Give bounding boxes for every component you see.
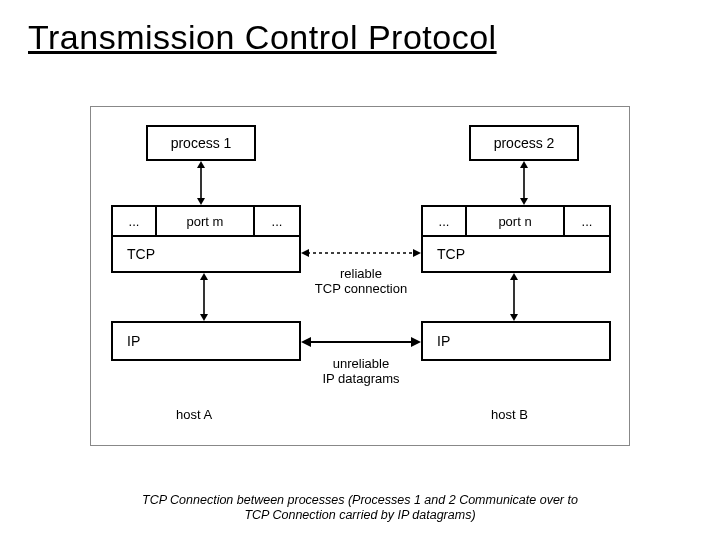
svg-marker-16 [301, 337, 311, 347]
process-a-box: process 1 [146, 125, 256, 161]
svg-marker-14 [413, 249, 421, 257]
caption-line-1: TCP Connection between processes (Proces… [142, 493, 578, 507]
port-row-a: ... port m ... [111, 205, 301, 237]
tcp-b-box: TCP [421, 235, 611, 273]
figure-caption: TCP Connection between processes (Proces… [0, 493, 720, 524]
process-a-label: process 1 [171, 135, 232, 151]
diagram-frame: process 1 ... port m ... TCP IP host A p… [90, 106, 630, 446]
svg-marker-1 [197, 161, 205, 168]
svg-marker-7 [520, 161, 528, 168]
ip-datagrams-label: unreliable IP datagrams [316, 357, 406, 387]
ip-a-label: IP [127, 333, 140, 349]
caption-line-2: TCP Connection carried by IP datagrams) [244, 508, 475, 522]
host-b-label: host B [491, 407, 528, 422]
port-row-b: ... port n ... [421, 205, 611, 237]
process-b-box: process 2 [469, 125, 579, 161]
port-a-right: ... [255, 207, 299, 235]
svg-marker-17 [411, 337, 421, 347]
host-a-label: host A [176, 407, 212, 422]
tcp-connection-line [301, 247, 421, 259]
arrow-process-a-port [196, 161, 206, 205]
svg-marker-13 [301, 249, 309, 257]
tcp-a-label: TCP [127, 246, 155, 262]
svg-marker-5 [200, 314, 208, 321]
process-b-label: process 2 [494, 135, 555, 151]
svg-marker-10 [510, 273, 518, 280]
port-b-right: ... [565, 207, 609, 235]
ip-b-label: IP [437, 333, 450, 349]
ip-a-box: IP [111, 321, 301, 361]
arrow-process-b-port [519, 161, 529, 205]
tcp-b-label: TCP [437, 246, 465, 262]
page-title: Transmission Control Protocol [28, 18, 720, 57]
arrow-tcp-b-ip [509, 273, 519, 321]
svg-marker-11 [510, 314, 518, 321]
port-a-mid: port m [157, 207, 255, 235]
ip-b-box: IP [421, 321, 611, 361]
svg-marker-4 [200, 273, 208, 280]
svg-marker-2 [197, 198, 205, 205]
port-a-left: ... [113, 207, 157, 235]
port-b-mid: port n [467, 207, 565, 235]
ip-datagrams-arrow [301, 335, 421, 349]
tcp-a-box: TCP [111, 235, 301, 273]
tcp-connection-label: reliable TCP connection [311, 267, 411, 297]
svg-marker-8 [520, 198, 528, 205]
port-b-left: ... [423, 207, 467, 235]
arrow-tcp-a-ip [199, 273, 209, 321]
